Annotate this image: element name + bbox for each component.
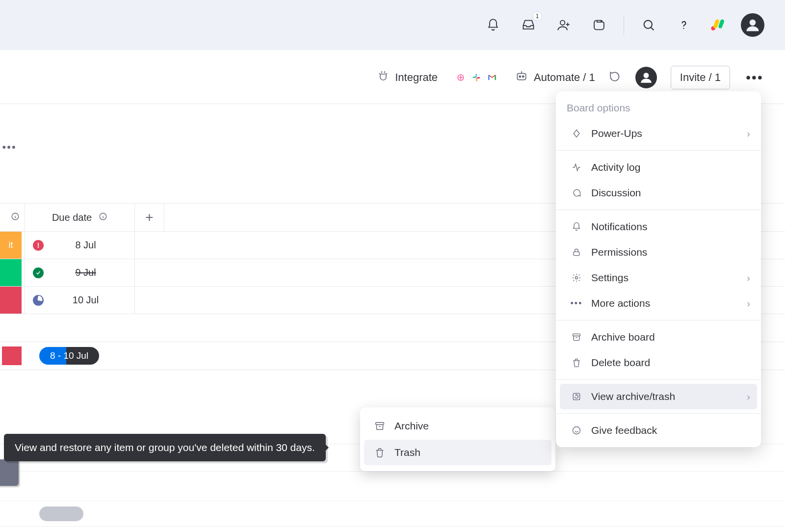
integration-hex-gmail[interactable] bbox=[483, 68, 501, 87]
due-date-value: 10 Jul bbox=[52, 294, 134, 306]
gear-icon bbox=[571, 273, 582, 283]
archive-trash-submenu: Archive Trash bbox=[360, 407, 555, 471]
inbox-icon[interactable]: 1 bbox=[518, 14, 539, 36]
more-icon: ••• bbox=[571, 298, 582, 309]
menu-delete-board[interactable]: Delete board bbox=[560, 350, 757, 375]
svg-rect-10 bbox=[476, 78, 477, 81]
chevron-right-icon: › bbox=[747, 128, 750, 139]
integration-hex-slack[interactable] bbox=[467, 68, 486, 87]
board-discussion-icon[interactable] bbox=[609, 70, 622, 85]
automate-button[interactable]: Automate / 1 bbox=[515, 70, 595, 85]
info-icon bbox=[11, 212, 20, 223]
board-options-menu: Board options Power-Ups › Activity log D… bbox=[556, 91, 761, 447]
chevron-right-icon: › bbox=[747, 298, 750, 309]
row-divider bbox=[0, 526, 785, 527]
global-header: 1 bbox=[0, 0, 785, 50]
due-date-cell[interactable]: 9 Jul bbox=[25, 259, 135, 286]
chevron-right-icon: › bbox=[747, 391, 750, 402]
help-icon[interactable] bbox=[673, 14, 695, 36]
submenu-archive[interactable]: Archive bbox=[364, 413, 551, 439]
profile-avatar[interactable] bbox=[741, 13, 764, 37]
svg-rect-21 bbox=[573, 334, 580, 336]
integration-hex-1[interactable] bbox=[451, 68, 470, 87]
chevron-right-icon: › bbox=[747, 272, 750, 284]
menu-give-feedback[interactable]: Give feedback bbox=[560, 418, 757, 443]
discussion-icon bbox=[571, 188, 582, 198]
svg-rect-12 bbox=[517, 74, 525, 80]
automate-label: Automate / 1 bbox=[534, 71, 595, 84]
svg-point-15 bbox=[643, 73, 649, 78]
svg-point-14 bbox=[523, 76, 524, 77]
svg-point-1 bbox=[644, 21, 652, 28]
status-cell[interactable] bbox=[0, 287, 22, 314]
inbox-badge: 1 bbox=[532, 11, 542, 21]
diamond-icon bbox=[571, 129, 582, 138]
svg-point-6 bbox=[750, 20, 756, 26]
svg-point-2 bbox=[683, 28, 684, 29]
header-divider bbox=[624, 15, 624, 35]
due-date-cell[interactable]: ! 8 Jul bbox=[25, 232, 135, 259]
status-summary-cell[interactable] bbox=[2, 346, 22, 365]
archive-icon bbox=[374, 421, 386, 431]
bell-icon bbox=[571, 222, 582, 232]
trash-icon bbox=[571, 358, 582, 368]
integrate-icon bbox=[377, 70, 389, 85]
integrate-label: Integrate bbox=[395, 71, 438, 84]
tab-more-icon[interactable]: ••• bbox=[2, 141, 16, 154]
done-icon bbox=[33, 267, 44, 278]
svg-point-23 bbox=[573, 427, 580, 434]
integration-apps[interactable] bbox=[451, 68, 501, 87]
svg-rect-9 bbox=[473, 77, 476, 78]
due-date-header-label: Due date bbox=[52, 212, 92, 223]
due-date-value: 9 Jul bbox=[52, 267, 134, 278]
svg-point-13 bbox=[519, 76, 521, 77]
menu-more-actions[interactable]: ••• More actions › bbox=[560, 291, 757, 316]
integrate-button[interactable]: Integrate bbox=[377, 70, 438, 85]
svg-rect-5 bbox=[718, 19, 725, 29]
menu-archive-board[interactable]: Archive board bbox=[560, 324, 757, 350]
submenu-trash[interactable]: Trash bbox=[364, 440, 551, 465]
svg-rect-4 bbox=[713, 19, 720, 29]
svg-rect-11 bbox=[477, 77, 480, 79]
apps-icon[interactable] bbox=[588, 14, 610, 36]
status-cell[interactable]: it bbox=[0, 232, 22, 259]
notifications-icon[interactable] bbox=[482, 14, 504, 36]
due-date-cell[interactable]: 10 Jul bbox=[25, 287, 135, 314]
board-options-title: Board options bbox=[556, 98, 761, 121]
submenu-trash-label: Trash bbox=[394, 447, 420, 458]
svg-rect-18 bbox=[376, 423, 384, 425]
due-date-value: 8 Jul bbox=[52, 239, 134, 251]
feedback-icon bbox=[571, 426, 582, 435]
menu-notifications[interactable]: Notifications bbox=[560, 214, 757, 239]
clock-icon bbox=[33, 295, 44, 306]
trash-tooltip: View and restore any item or group you'v… bbox=[4, 434, 326, 461]
svg-point-20 bbox=[576, 277, 578, 279]
info-icon bbox=[99, 212, 107, 223]
menu-discussion[interactable]: Discussion bbox=[560, 180, 757, 206]
menu-permissions[interactable]: Permissions bbox=[560, 239, 757, 265]
collapsed-group-color[interactable] bbox=[0, 459, 19, 486]
status-column-header[interactable] bbox=[0, 212, 25, 223]
invite-button[interactable]: Invite / 1 bbox=[671, 66, 730, 89]
menu-view-archive-trash[interactable]: View archive/trash › bbox=[560, 384, 757, 409]
menu-power-ups[interactable]: Power-Ups › bbox=[560, 121, 757, 146]
board-more-button[interactable]: ••• bbox=[744, 70, 765, 85]
activity-icon bbox=[571, 162, 582, 172]
menu-activity-log[interactable]: Activity log bbox=[560, 155, 757, 180]
overdue-icon: ! bbox=[33, 240, 44, 251]
lock-icon bbox=[571, 247, 582, 257]
board-owner-avatar[interactable] bbox=[635, 67, 657, 88]
date-range-pill[interactable]: 8 - 10 Jul bbox=[39, 347, 99, 365]
add-column-button[interactable]: + bbox=[135, 204, 164, 231]
search-icon[interactable] bbox=[638, 14, 659, 36]
archive-icon bbox=[571, 332, 582, 342]
brand-logo-icon[interactable] bbox=[708, 16, 727, 34]
trash-icon bbox=[374, 447, 386, 458]
menu-settings[interactable]: Settings › bbox=[560, 265, 757, 291]
submenu-archive-label: Archive bbox=[394, 420, 429, 432]
status-cell[interactable] bbox=[0, 259, 22, 286]
invite-members-icon[interactable] bbox=[553, 14, 575, 36]
row-divider bbox=[0, 471, 785, 472]
restore-icon bbox=[571, 392, 582, 401]
due-date-column-header[interactable]: Due date bbox=[25, 204, 135, 231]
